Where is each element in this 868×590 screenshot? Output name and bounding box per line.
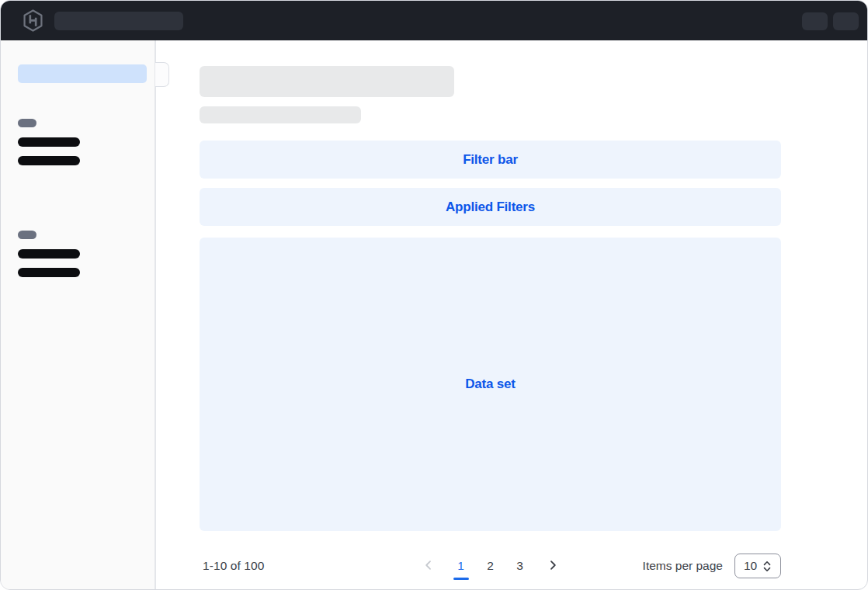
page-button-1[interactable]: 1: [450, 553, 473, 579]
chevrons-up-down-icon: [762, 560, 772, 572]
sidebar-item[interactable]: [18, 156, 80, 165]
sidebar: [1, 40, 156, 590]
page-button-2[interactable]: 2: [479, 553, 502, 579]
applied-filters-region: Applied Filters: [200, 188, 781, 226]
filter-bar-region: Filter bar: [200, 141, 781, 179]
items-per-page: Items per page 10: [643, 550, 781, 581]
topbar-action-button[interactable]: [802, 12, 828, 30]
chevron-right-icon: [547, 560, 558, 573]
app-frame: Filter bar Applied Filters Data set 1-10…: [0, 0, 868, 590]
pager: 1 2 3: [418, 550, 563, 581]
items-per-page-select[interactable]: 10: [734, 554, 781, 578]
pagination-summary: 1-10 of 100: [203, 550, 265, 581]
sidebar-item[interactable]: [18, 137, 80, 147]
data-set-region: Data set: [200, 238, 781, 531]
applied-filters-label: Applied Filters: [446, 200, 535, 215]
prev-page-button[interactable]: [418, 553, 439, 579]
sidebar-section-label: [18, 119, 36, 127]
items-per-page-label: Items per page: [643, 559, 723, 573]
page-title-skeleton: [200, 66, 454, 97]
sidebar-item[interactable]: [18, 268, 80, 277]
chevron-left-icon: [423, 560, 434, 573]
pagination-bar: 1-10 of 100 1 2 3 Items per page: [200, 550, 781, 581]
sidebar-section-label: [18, 231, 36, 239]
topbar-profile-button[interactable]: [833, 12, 859, 30]
page-subtitle-skeleton: [200, 106, 361, 123]
items-per-page-value: 10: [744, 559, 757, 573]
hashicorp-logo-icon: [22, 9, 44, 32]
data-set-label: Data set: [465, 377, 516, 392]
sidebar-toggle[interactable]: [155, 62, 169, 87]
topbar: [1, 1, 867, 40]
sidebar-item-active[interactable]: [18, 64, 147, 83]
search-input[interactable]: [54, 12, 183, 30]
filter-bar-label: Filter bar: [463, 152, 518, 168]
next-page-button[interactable]: [543, 553, 563, 579]
page-button-3[interactable]: 3: [509, 553, 532, 579]
sidebar-item[interactable]: [18, 249, 80, 259]
